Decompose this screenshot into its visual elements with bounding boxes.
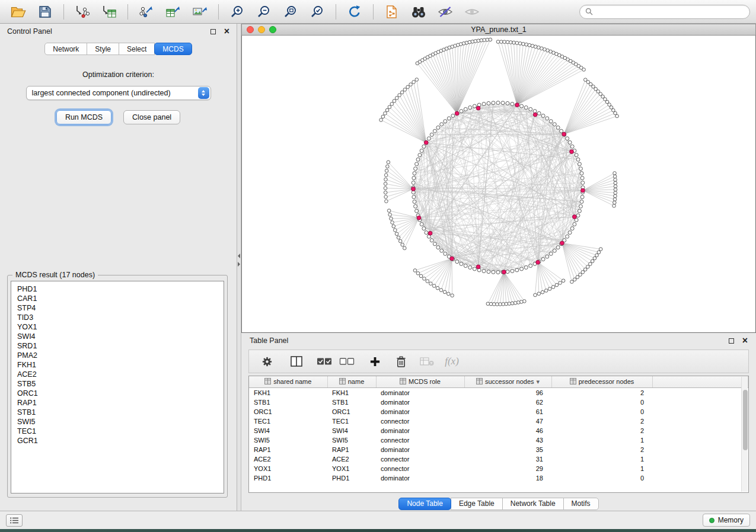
table-cell[interactable]: 61 xyxy=(464,407,551,416)
mcds-result-item[interactable]: SRD1 xyxy=(11,341,224,351)
column-header-mcds-role[interactable]: MCDS role xyxy=(376,376,464,387)
mcds-result-item[interactable]: PMA2 xyxy=(11,351,224,360)
mcds-result-item[interactable]: SWI5 xyxy=(11,417,224,427)
export-table-button[interactable] xyxy=(161,2,186,21)
table-row[interactable]: TEC1TEC1connector472 xyxy=(249,416,748,426)
table-cell[interactable]: 1 xyxy=(551,464,652,473)
table-cell[interactable]: connector xyxy=(376,464,464,473)
function-builder-button[interactable]: f(x) xyxy=(441,352,462,371)
import-table-button[interactable] xyxy=(97,2,122,21)
table-cell[interactable]: STB1 xyxy=(327,398,376,407)
table-cell[interactable]: YOX1 xyxy=(249,464,327,473)
table-row[interactable]: ACE2ACE2connector311 xyxy=(249,454,748,464)
table-cell[interactable]: 1 xyxy=(551,454,652,464)
mcds-result-item[interactable]: FKH1 xyxy=(11,360,224,370)
table-cell[interactable]: PHD1 xyxy=(249,473,327,483)
column-header-name[interactable]: name xyxy=(327,376,376,387)
zoom-out-button[interactable] xyxy=(251,2,276,21)
deselect-all-button[interactable] xyxy=(336,352,358,371)
network-titlebar[interactable]: YPA_prune.txt_1 xyxy=(241,24,756,36)
import-network-button[interactable] xyxy=(70,2,95,21)
close-panel-button[interactable]: Close panel xyxy=(123,110,180,124)
show-all-button[interactable] xyxy=(460,2,484,21)
table-row[interactable]: YOX1YOX1connector291 xyxy=(249,464,748,473)
table-cell[interactable]: dominator xyxy=(376,398,464,407)
table-scrollbar-thumb[interactable] xyxy=(743,390,748,450)
table-cell[interactable]: SWI5 xyxy=(327,435,376,445)
find-button[interactable] xyxy=(406,2,431,21)
table-cell[interactable]: ORC1 xyxy=(249,407,327,416)
table-cell[interactable]: RAP1 xyxy=(327,445,376,454)
tab-select[interactable]: Select xyxy=(119,43,155,55)
table-cell[interactable]: dominator xyxy=(376,407,464,416)
mcds-result-list[interactable]: PHD1CAR1STP4TID3YOX1SWI4SRD1PMA2FKH1ACE2… xyxy=(11,281,224,493)
table-cell[interactable]: 2 xyxy=(551,426,652,435)
refresh-button[interactable] xyxy=(342,2,367,21)
table-cell[interactable]: 0 xyxy=(551,473,652,483)
collapse-left-icon[interactable] xyxy=(238,254,240,258)
zoom-fit-button[interactable] xyxy=(278,2,303,21)
table-cell[interactable]: 35 xyxy=(464,445,551,454)
table-cell[interactable]: SWI5 xyxy=(249,435,327,445)
mcds-result-item[interactable]: STB5 xyxy=(11,379,224,389)
table-settings-button[interactable] xyxy=(256,352,277,371)
close-table-panel-icon[interactable]: × xyxy=(742,337,748,344)
export-network-button[interactable] xyxy=(134,2,159,21)
table-cell[interactable]: 2 xyxy=(551,445,652,454)
table-row[interactable]: SWI5SWI5connector431 xyxy=(249,435,748,445)
float-table-panel-icon[interactable] xyxy=(729,338,734,344)
mcds-result-item[interactable]: ORC1 xyxy=(11,389,224,398)
tab-mcds[interactable]: MCDS xyxy=(154,43,192,55)
mcds-result-item[interactable]: YOX1 xyxy=(11,322,224,332)
table-cell[interactable]: TEC1 xyxy=(249,416,327,426)
table-cell[interactable]: connector xyxy=(376,435,464,445)
column-header-predecessor-nodes[interactable]: predecessor nodes xyxy=(551,376,652,387)
mcds-result-item[interactable]: STB1 xyxy=(11,408,224,417)
mcds-result-item[interactable]: TID3 xyxy=(11,313,224,322)
mcds-result-item[interactable]: SWI4 xyxy=(11,332,224,341)
status-menu-button[interactable] xyxy=(6,514,23,527)
table-row[interactable]: SWI4SWI4dominator462 xyxy=(249,426,748,435)
table-cell[interactable]: dominator xyxy=(376,473,464,483)
criterion-dropdown[interactable]: largest connected component (undirected) xyxy=(26,86,211,100)
mcds-result-item[interactable]: PHD1 xyxy=(11,284,224,294)
table-cell[interactable]: 29 xyxy=(464,464,551,473)
tab-motifs[interactable]: Motifs xyxy=(563,498,599,510)
zoom-selected-button[interactable] xyxy=(305,2,330,21)
search-input[interactable] xyxy=(596,8,744,16)
table-cell[interactable]: ACE2 xyxy=(327,454,376,464)
hide-selected-button[interactable] xyxy=(433,2,458,21)
create-column-button[interactable] xyxy=(364,352,385,371)
table-cell[interactable]: 96 xyxy=(464,387,551,398)
tab-network-table[interactable]: Network Table xyxy=(502,498,564,510)
table-cell[interactable]: 2 xyxy=(551,416,652,426)
float-panel-icon[interactable] xyxy=(210,29,216,34)
table-row[interactable]: FKH1FKH1dominator962 xyxy=(249,387,748,398)
table-cell[interactable]: 2 xyxy=(551,387,652,398)
tab-style[interactable]: Style xyxy=(87,43,119,55)
show-columns-button[interactable] xyxy=(286,352,307,371)
copy-network-button[interactable] xyxy=(379,2,404,21)
table-cell[interactable]: ORC1 xyxy=(327,407,376,416)
table-cell[interactable]: dominator xyxy=(376,387,464,398)
table-cell[interactable]: STB1 xyxy=(249,398,327,407)
table-row[interactable]: PHD1PHD1dominator180 xyxy=(249,473,748,483)
table-cell[interactable]: 1 xyxy=(551,435,652,445)
network-graph[interactable] xyxy=(242,36,755,332)
table-cell[interactable]: ACE2 xyxy=(249,454,327,464)
table-cell[interactable]: 62 xyxy=(464,398,551,407)
delete-table-button[interactable] xyxy=(416,352,438,371)
mcds-result-item[interactable]: TEC1 xyxy=(11,427,224,436)
tab-network[interactable]: Network xyxy=(44,43,87,55)
tab-node-table[interactable]: Node Table xyxy=(398,498,451,510)
table-cell[interactable]: 46 xyxy=(464,426,551,435)
table-cell[interactable]: YOX1 xyxy=(327,464,376,473)
memory-button[interactable]: Memory xyxy=(703,514,750,527)
table-cell[interactable]: FKH1 xyxy=(327,387,376,398)
close-panel-icon[interactable]: × xyxy=(224,28,229,35)
table-cell[interactable]: RAP1 xyxy=(249,445,327,454)
table-cell[interactable]: PHD1 xyxy=(327,473,376,483)
table-cell[interactable]: 47 xyxy=(464,416,551,426)
vertical-splitter[interactable] xyxy=(237,24,241,511)
mcds-result-item[interactable]: CAR1 xyxy=(11,294,224,303)
